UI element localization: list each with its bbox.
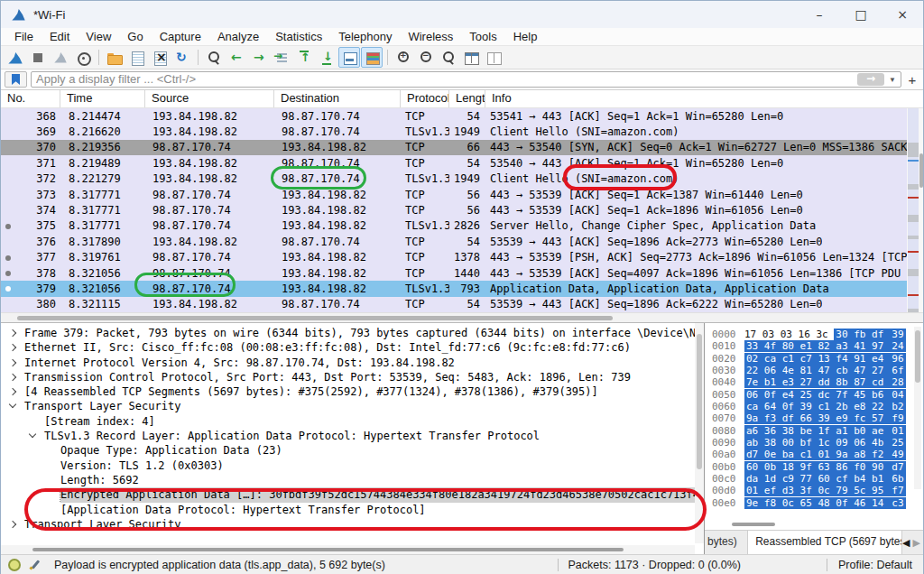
intelligent-scrollbar-minimap[interactable] xyxy=(908,108,919,312)
go-to-packet-button[interactable] xyxy=(271,47,292,68)
hex-row-00d0[interactable]: 00d001 ef d3 3f 0c 79 5c 95f7 xyxy=(712,485,909,496)
apply-filter-button[interactable] xyxy=(857,73,884,86)
detail-line-0[interactable]: Frame 379: Packet, 793 bytes on wire (63… xyxy=(1,326,695,340)
details-hscroll-thumb[interactable] xyxy=(32,548,624,551)
column-header-no[interactable]: No. xyxy=(1,90,60,107)
resize-columns-button[interactable] xyxy=(460,47,482,68)
go-last-button[interactable] xyxy=(316,47,337,68)
detail-line-12[interactable]: [Application Data Protocol: Hypertext Tr… xyxy=(1,503,695,517)
packet-row-369[interactable]: 3698.216620193.84.198.8298.87.170.74TLSv… xyxy=(1,124,907,139)
hex-row-00a0[interactable]: 00a0d7 0e ba c1 01 9a a8 f249 xyxy=(712,449,909,460)
hex-row-0020[interactable]: 002002 ca c1 c7 13 f4 91 e496 xyxy=(712,353,909,365)
menu-file[interactable]: File xyxy=(6,29,42,45)
reload-button[interactable] xyxy=(171,47,193,68)
menu-telephony[interactable]: Telephony xyxy=(330,29,400,45)
hex-row-00e0[interactable]: 00e09e f8 0c 65 48 0f 46 14c3 xyxy=(712,497,909,509)
detail-line-10[interactable]: Length: 5692 xyxy=(1,473,695,487)
hex-hscroll-thumb[interactable] xyxy=(732,523,775,526)
tab-prev-icon[interactable]: ◀ xyxy=(902,537,910,549)
menu-edit[interactable]: Edit xyxy=(42,29,78,45)
hex-row-0070[interactable]: 00709a f3 df 66 39 e9 fc 57f9 xyxy=(712,412,909,424)
menu-wireless[interactable]: Wireless xyxy=(400,29,461,45)
detail-line-5[interactable]: Transport Layer Security xyxy=(1,399,695,413)
close-button[interactable]: × xyxy=(882,1,923,28)
zoom-in-button[interactable] xyxy=(393,47,414,68)
hex-scrollbar[interactable] xyxy=(914,327,921,489)
menu-go[interactable]: Go xyxy=(119,29,151,45)
packet-list-hscroll-thumb[interactable] xyxy=(17,316,613,320)
detail-line-13[interactable]: Transport Layer Security xyxy=(1,517,695,532)
packet-row-377[interactable]: 3778.31976198.87.170.74193.84.198.82TCP1… xyxy=(1,250,907,265)
detail-line-11[interactable]: Encrypted Application Data […]: 30fbdf39… xyxy=(1,487,695,502)
packet-row-372[interactable]: 3728.221279193.84.198.8298.87.170.74TLSv… xyxy=(1,171,907,187)
details-hscrollbar[interactable] xyxy=(1,545,695,554)
hex-row-00c0[interactable]: 00c0da 1d c9 77 60 cf b4 b16b xyxy=(712,473,909,485)
chevron-right-icon[interactable] xyxy=(9,329,16,337)
hex-row-0000[interactable]: 000017 03 03 16 3c 30 fb df39 xyxy=(712,329,909,340)
maximize-button[interactable]: □ xyxy=(840,1,882,28)
packet-row-375[interactable]: 3758.31777198.87.170.74193.84.198.82TLSv… xyxy=(1,218,907,234)
packet-row-380[interactable]: 3808.321115193.84.198.8298.87.170.74TCP5… xyxy=(1,297,907,312)
details-scroll-thumb[interactable] xyxy=(697,334,702,469)
auto-scroll-button[interactable] xyxy=(338,47,360,68)
detail-line-9[interactable]: Version: TLS 1.2 (0x0303) xyxy=(1,458,695,473)
packet-row-378[interactable]: 3788.32105698.87.170.74193.84.198.82TCP1… xyxy=(1,265,907,281)
detail-line-8[interactable]: Opaque Type: Application Data (23) xyxy=(1,443,695,458)
chevron-right-icon[interactable] xyxy=(9,374,16,381)
hex-row-0090[interactable]: 0090ab 38 00 bf 1c 09 06 4b25 xyxy=(712,437,909,449)
detail-line-3[interactable]: Transmission Control Protocol, Src Port:… xyxy=(1,370,695,384)
zoom-out-button[interactable] xyxy=(415,47,437,68)
column-header-destination[interactable]: Destination xyxy=(274,90,401,107)
hex-row-00b0[interactable]: 00b060 0b 18 9f 63 86 f0 90d7 xyxy=(712,461,909,473)
column-header-info[interactable]: Info xyxy=(485,90,923,107)
go-first-button[interactable] xyxy=(293,47,315,68)
hex-row-0050[interactable]: 005006 0f e4 25 dc 7f 45 b604 xyxy=(712,389,909,401)
hex-row-0030[interactable]: 003022 06 4e 81 47 cb 47 276f xyxy=(712,365,909,376)
menu-statistics[interactable]: Statistics xyxy=(267,29,330,45)
zoom-original-button[interactable] xyxy=(438,47,459,68)
packet-list-hscrollbar[interactable] xyxy=(1,312,923,323)
open-file-button[interactable] xyxy=(104,47,125,68)
column-header-time[interactable]: Time xyxy=(60,90,145,107)
restart-capture-button[interactable] xyxy=(50,47,71,68)
colorize-button[interactable] xyxy=(361,47,383,68)
packet-row-379[interactable]: 3798.32105698.87.170.74193.84.198.82TLSv… xyxy=(1,281,907,296)
packet-row-374[interactable]: 3748.31777198.87.170.74193.84.198.82TCP5… xyxy=(1,202,907,218)
layout-columns-button[interactable] xyxy=(483,47,504,68)
menu-analyze[interactable]: Analyze xyxy=(209,29,267,45)
go-back-button[interactable] xyxy=(226,47,247,68)
column-header-source[interactable]: Source xyxy=(145,90,274,107)
status-profile[interactable]: Profile: Default xyxy=(838,559,912,571)
packet-row-370[interactable]: 3708.21935698.87.170.74193.84.198.82TCP6… xyxy=(1,140,907,155)
hex-hscrollbar[interactable] xyxy=(708,521,910,528)
detail-line-2[interactable]: Internet Protocol Version 4, Src: 98.87.… xyxy=(1,356,695,370)
capture-options-button[interactable] xyxy=(72,47,94,68)
details-scrollbar[interactable] xyxy=(695,323,704,543)
capture-comment-icon[interactable] xyxy=(29,559,42,571)
hex-row-0040[interactable]: 00407e b1 e3 27 dd 8b 87 cd28 xyxy=(712,376,909,388)
menu-help[interactable]: Help xyxy=(505,29,546,45)
start-capture-button[interactable] xyxy=(5,47,26,68)
menu-capture[interactable]: Capture xyxy=(152,29,209,45)
packet-row-373[interactable]: 3738.31777198.87.170.74193.84.198.82TCP5… xyxy=(1,187,907,202)
packet-row-368[interactable]: 3688.214474193.84.198.8298.87.170.74TCP5… xyxy=(1,108,907,124)
tab-next-icon[interactable]: ▶ xyxy=(913,537,920,549)
detail-line-4[interactable]: [4 Reassembled TCP Segments (5697 bytes)… xyxy=(1,384,695,399)
chevron-right-icon[interactable] xyxy=(9,521,16,528)
hex-scroll-thumb[interactable] xyxy=(915,330,920,383)
tab-reassembled-tcp[interactable]: Reassembled TCP (5697 bytes) xyxy=(748,531,902,554)
menu-tools[interactable]: Tools xyxy=(461,29,504,45)
chevron-down-icon[interactable] xyxy=(9,401,16,408)
packet-list-scroll-thumb[interactable] xyxy=(919,153,923,188)
hex-row-0060[interactable]: 0060ca 64 0f 39 c1 2b e8 22b2 xyxy=(712,401,909,412)
display-filter-input[interactable] xyxy=(32,72,857,87)
minimize-button[interactable]: – xyxy=(799,1,840,28)
chevron-right-icon[interactable] xyxy=(9,358,16,366)
save-file-button[interactable] xyxy=(126,47,148,68)
detail-line-7[interactable]: TLSv1.3 Record Layer: Application Data P… xyxy=(1,429,695,443)
go-forward-button[interactable] xyxy=(248,47,270,68)
chevron-right-icon[interactable] xyxy=(9,344,16,351)
expert-info-icon[interactable] xyxy=(8,559,21,571)
chevron-down-icon[interactable] xyxy=(29,430,36,438)
hex-row-0080[interactable]: 0080a6 36 38 be 1f a1 b0 ae01 xyxy=(712,425,909,437)
